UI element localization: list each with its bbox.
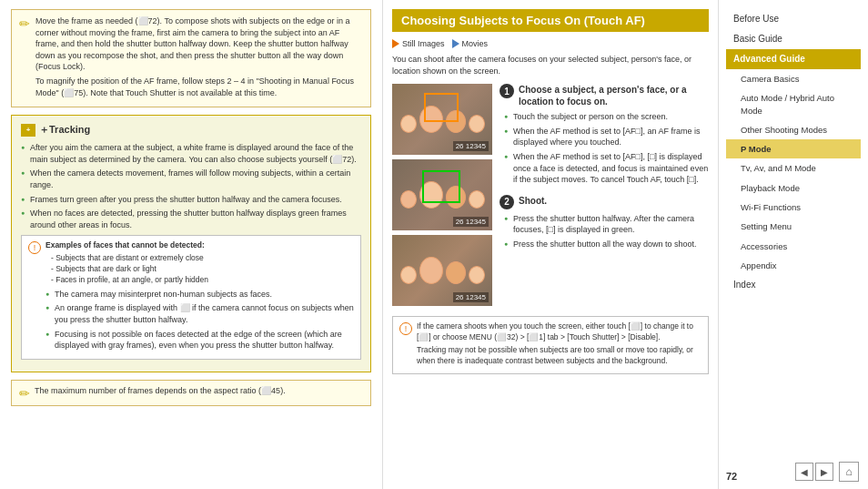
- left-panel: ✏ Move the frame as needed (⬜72). To com…: [0, 0, 382, 489]
- nav-item-basic-guide[interactable]: Basic Guide: [726, 29, 861, 49]
- tracking-bullet-4: When no faces are detected, pressing the…: [21, 208, 361, 230]
- nav-item-setting-menu[interactable]: Setting Menu: [726, 217, 861, 236]
- nav-item-auto-mode[interactable]: Auto Mode / Hybrid Auto Mode: [726, 88, 861, 120]
- face-8: [469, 190, 485, 209]
- steps-text-column: 1 Choose a subject, a person's face, or …: [500, 84, 709, 311]
- note-box-top: ✏ Move the frame as needed (⬜72). To com…: [11, 9, 371, 107]
- bottom-note: ✏ The maximum number of frames depends o…: [11, 380, 371, 406]
- warning-text: Examples of faces that cannot be detecte…: [45, 240, 354, 354]
- step-1-bullet-3: When the AF method is set to [AF□], [□] …: [504, 151, 709, 186]
- nav-item-before-use[interactable]: Before Use: [726, 9, 861, 29]
- photo-info-2: 26 12345: [453, 217, 489, 227]
- home-button[interactable]: ⌂: [839, 462, 859, 482]
- green-frame-overlay: [422, 170, 460, 203]
- face-11: [446, 261, 466, 284]
- step-1: 1 Choose a subject, a person's face, or …: [500, 84, 709, 186]
- step-1-bullets: Touch the subject or person on the scree…: [500, 111, 709, 186]
- step-1-bullet-2: When the AF method is set to [AF□], an A…: [504, 126, 709, 148]
- warning-extra-2: An orange frame is displayed with ⬜ if t…: [45, 302, 354, 325]
- photo-3: 26 12345: [392, 235, 492, 306]
- faces-group-3: [400, 257, 485, 284]
- section-title: Choosing Subjects to Focus On (Touch AF): [392, 9, 709, 32]
- still-arrow-icon: [392, 39, 399, 48]
- middle-warning-box: ! If the camera shoots when you touch th…: [392, 316, 709, 374]
- movie-arrow-icon: [452, 39, 459, 48]
- photo-2: 26 12345: [392, 159, 492, 230]
- nav-arrows: ◀ ▶: [795, 463, 833, 481]
- nav-item-advanced-guide[interactable]: Advanced Guide: [726, 49, 861, 69]
- next-page-button[interactable]: ▶: [815, 463, 833, 481]
- step-1-header: 1 Choose a subject, a person's face, or …: [500, 84, 709, 107]
- nav-item-other-shooting[interactable]: Other Shooting Modes: [726, 120, 861, 139]
- step-2-bullets: Press the shutter button halfway. After …: [500, 213, 709, 250]
- face-4: [469, 115, 485, 133]
- intro-text: You can shoot after the camera focuses o…: [392, 54, 709, 76]
- face-1: [400, 115, 417, 133]
- tracking-warning-box: ! Examples of faces that cannot be detec…: [21, 235, 361, 360]
- face-9: [400, 266, 417, 284]
- movies-badge: Movies: [452, 39, 489, 48]
- page-number: 72: [726, 471, 737, 482]
- warning-extra-3: Focusing is not possible on faces detect…: [45, 329, 354, 351]
- middle-warning-icon: !: [399, 322, 412, 335]
- step-2: 2 Shoot. Press the shutter button halfwa…: [500, 195, 709, 250]
- photo-1: 26 12345: [392, 84, 492, 155]
- tracking-icon: +: [21, 124, 35, 137]
- step-2-bullet-1: Press the shutter button halfway. After …: [504, 213, 709, 236]
- note-text: Move the frame as needed (⬜72). To compo…: [35, 15, 363, 101]
- middle-warning-text: If the camera shoots when you touch the …: [417, 321, 701, 369]
- warning-dash-2: Subjects that are dark or light: [51, 264, 354, 275]
- nav-item-tv-av-m[interactable]: Tv, Av, and M Mode: [726, 158, 861, 178]
- photo-info-1: 26 12345: [453, 141, 489, 151]
- warning-dash-3: Faces in profile, at an angle, or partly…: [51, 275, 354, 286]
- warning-dash-list: Subjects that are distant or extremely c…: [45, 253, 354, 286]
- nav-item-appendix[interactable]: Appendix: [726, 256, 861, 275]
- step-1-bullet-1: Touch the subject or person on the scree…: [504, 111, 709, 123]
- face-5: [400, 190, 417, 209]
- middle-panel: Choosing Subjects to Focus On (Touch AF)…: [382, 0, 719, 489]
- photo-info-3: 26 12345: [453, 292, 489, 302]
- steps-container: 26 12345 26 12345: [392, 84, 709, 311]
- nav-item-accessories[interactable]: Accessories: [726, 237, 861, 256]
- tracking-bullet-3: Frames turn green after you press the sh…: [21, 194, 361, 206]
- tracking-title: + ＋Tracking: [21, 123, 361, 137]
- step-2-number: 2: [500, 195, 514, 209]
- nav-item-camera-basics[interactable]: Camera Basics: [726, 69, 861, 88]
- af-frame-overlay: [424, 93, 459, 122]
- step-2-header: 2 Shoot.: [500, 195, 709, 209]
- nav-item-playback[interactable]: Playback Mode: [726, 178, 861, 198]
- nav-item-p-mode[interactable]: P Mode: [726, 139, 861, 158]
- photos-column: 26 12345 26 12345: [392, 84, 492, 311]
- warning-dash-1: Subjects that are distant or extremely c…: [51, 253, 354, 264]
- face-10: [419, 257, 443, 284]
- prev-page-button[interactable]: ◀: [795, 463, 813, 481]
- step-1-number: 1: [500, 84, 514, 98]
- face-12: [469, 266, 485, 284]
- step-1-title: Choose a subject, a person's face, or a …: [519, 84, 709, 107]
- step-2-bullet-2: Press the shutter button all the way dow…: [504, 239, 709, 250]
- right-panel: Before Use Basic Guide Advanced Guide Ca…: [719, 0, 868, 489]
- media-types: Still Images Movies: [392, 39, 709, 48]
- page-footer: ◀ ▶ ⌂: [795, 462, 859, 482]
- tracking-bullet-1: After you aim the camera at the subject,…: [21, 142, 361, 165]
- warning-extra-1: The camera may misinterpret non-human su…: [45, 289, 354, 301]
- nav-item-wifi[interactable]: Wi-Fi Functions: [726, 198, 861, 217]
- tracking-section: + ＋Tracking After you aim the camera at …: [11, 115, 371, 372]
- tracking-bullet-list: After you aim the camera at the subject,…: [21, 142, 361, 230]
- pencil-icon-bottom: ✏: [19, 386, 30, 401]
- warning-icon: !: [28, 241, 41, 254]
- bottom-note-text: The maximum number of frames depends on …: [35, 385, 286, 401]
- tracking-bullet-2: When the camera detects movement, frames…: [21, 168, 361, 190]
- step-2-title: Shoot.: [519, 195, 547, 207]
- nav-item-index[interactable]: Index: [726, 275, 861, 295]
- pencil-icon: ✏: [19, 16, 30, 101]
- nav-list: Before Use Basic Guide Advanced Guide Ca…: [726, 9, 861, 295]
- warning-extra-list: The camera may misinterpret non-human su…: [45, 289, 354, 351]
- still-images-badge: Still Images: [392, 39, 445, 48]
